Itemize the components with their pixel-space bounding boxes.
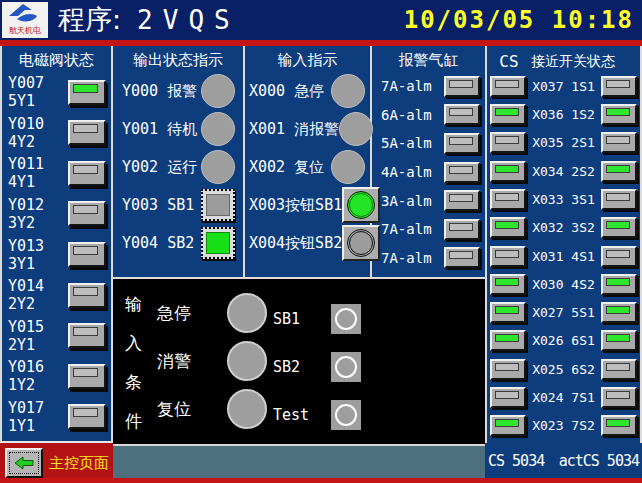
output-square-indicator bbox=[201, 227, 235, 259]
test-button[interactable] bbox=[331, 304, 361, 334]
lamp-icon bbox=[495, 278, 519, 286]
lamp-icon bbox=[73, 124, 98, 133]
proximity-row: X023 7S2 bbox=[487, 412, 640, 440]
condition-lamp-list: 急停 消警 复位 bbox=[157, 289, 267, 433]
test-button[interactable] bbox=[331, 400, 361, 430]
alarm-indicator bbox=[444, 219, 480, 240]
condition-label: 复位 bbox=[157, 398, 227, 421]
proximity-row: X031 4S1 bbox=[487, 242, 640, 270]
output-row: Y000 报警 bbox=[113, 72, 243, 110]
test-button[interactable] bbox=[331, 352, 361, 382]
proximity-row: X025 6S2 bbox=[487, 355, 640, 383]
status-field bbox=[113, 447, 177, 462]
status-field bbox=[301, 462, 401, 477]
valve-label: Y007 5Y1 bbox=[8, 74, 68, 110]
title-bar: 航天机电 程序: 2VQS 10/03/05 10:18 bbox=[0, 0, 642, 40]
cs-indicator bbox=[490, 274, 526, 295]
alarm-label: 5A-alm bbox=[381, 135, 432, 151]
alarm-row: 4A-alm bbox=[372, 158, 485, 187]
alarm-row: 5A-alm bbox=[372, 129, 485, 158]
valve-row: Y012 3Y2 bbox=[2, 194, 111, 235]
proximity-label: X024 7S1 bbox=[532, 390, 595, 405]
lamp-icon bbox=[73, 327, 98, 336]
lamp-icon bbox=[495, 250, 519, 258]
proximity-row: X024 7S1 bbox=[487, 383, 640, 411]
input-column-title: 输入指示 bbox=[245, 46, 370, 72]
datetime-display: 10/03/05 10:18 bbox=[404, 6, 642, 34]
back-button[interactable] bbox=[5, 448, 43, 478]
proximity-indicator bbox=[601, 246, 637, 267]
test-button-label: Test bbox=[273, 406, 331, 424]
cs-indicator bbox=[490, 387, 526, 408]
back-arrow-icon bbox=[14, 456, 34, 470]
test-button-row: SB2 bbox=[273, 343, 361, 391]
output-lamp-icon bbox=[201, 150, 235, 184]
lamp-icon bbox=[495, 419, 519, 427]
valve-indicator bbox=[68, 404, 106, 429]
page-title: 程序: 2VQS bbox=[58, 2, 240, 38]
cs-indicator bbox=[490, 217, 526, 238]
status-field bbox=[261, 447, 301, 462]
valve-label: Y014 2Y2 bbox=[8, 277, 68, 313]
input-lamp-icon bbox=[331, 150, 365, 184]
alarm-indicator bbox=[444, 104, 480, 125]
lamp-icon bbox=[73, 84, 98, 93]
test-button-label: SB1 bbox=[273, 310, 331, 328]
proximity-indicator bbox=[601, 76, 637, 97]
cs-indicator bbox=[490, 161, 526, 182]
lamp-icon bbox=[495, 363, 519, 371]
cs-indicator bbox=[490, 189, 526, 210]
back-button-label[interactable]: 主控页面 bbox=[49, 454, 109, 473]
lamp-icon bbox=[449, 108, 473, 116]
valve-column-title: 电磁阀状态 bbox=[2, 46, 111, 72]
valve-indicator bbox=[68, 323, 106, 348]
company-logo: 航天机电 bbox=[2, 2, 48, 38]
valve-status-column: 电磁阀状态 Y007 5Y1 Y010 4Y2 Y011 4Y1 Y012 3Y… bbox=[0, 46, 113, 441]
alarm-indicator bbox=[444, 190, 480, 211]
status-field bbox=[177, 462, 211, 477]
proximity-switch-column: CS 接近开关状态 X037 1S1 X036 1S2 X035 2S1 bbox=[485, 46, 642, 443]
proximity-column-header: CS 接近开关状态 bbox=[487, 46, 640, 72]
output-status-column: 输出状态指示 Y000 报警 Y001 待机 Y002 运行 Y003 SB1 bbox=[113, 46, 245, 277]
output-lamp-icon bbox=[201, 112, 235, 146]
proximity-indicator bbox=[601, 302, 637, 323]
lamp-icon bbox=[606, 306, 630, 314]
lamp-icon bbox=[606, 80, 630, 88]
valve-indicator bbox=[68, 201, 106, 226]
alarm-row: 7A-alm bbox=[372, 243, 485, 272]
status-field bbox=[211, 462, 261, 477]
lamp-icon bbox=[73, 205, 98, 214]
input-lamp-icon bbox=[339, 112, 373, 146]
hmi-screen: 航天机电 程序: 2VQS 10/03/05 10:18 电磁阀状态 Y007 … bbox=[0, 0, 642, 483]
input-lamp-icon bbox=[331, 74, 365, 108]
valve-label: Y015 2Y1 bbox=[8, 318, 68, 354]
condition-lamp-icon bbox=[227, 293, 267, 333]
valve-label: Y010 4Y2 bbox=[8, 115, 68, 151]
proximity-indicator bbox=[601, 217, 637, 238]
lamp-icon bbox=[495, 306, 519, 314]
output-label: Y000 报警 bbox=[122, 82, 201, 101]
button-ring-icon bbox=[335, 356, 357, 378]
lamp-icon bbox=[73, 408, 98, 417]
proximity-header-label: 接近开关状态 bbox=[531, 53, 640, 71]
valve-row: Y013 3Y1 bbox=[2, 234, 111, 275]
input-row: X004按钮SB2 bbox=[245, 224, 370, 262]
valve-label: Y012 3Y2 bbox=[8, 196, 68, 232]
alarm-label: 4A-alm bbox=[381, 164, 432, 180]
proximity-label: X027 5S1 bbox=[532, 305, 595, 320]
valve-row: Y010 4Y2 bbox=[2, 113, 111, 154]
output-square-indicator bbox=[201, 189, 235, 221]
valve-row-list: Y007 5Y1 Y010 4Y2 Y011 4Y1 Y012 3Y2 Y013… bbox=[2, 72, 111, 437]
test-button-row: Test bbox=[273, 391, 361, 439]
proximity-label: X034 2S2 bbox=[532, 164, 595, 179]
input-label: X004按钮SB2 bbox=[249, 234, 342, 253]
status-row-1 bbox=[113, 447, 485, 462]
input-row: X000 急停 bbox=[245, 72, 370, 110]
output-row: Y001 待机 bbox=[113, 110, 243, 148]
proximity-indicator bbox=[601, 189, 637, 210]
alarm-row: 7A-alm bbox=[372, 215, 485, 244]
lamp-icon bbox=[606, 278, 630, 286]
lamp-icon bbox=[495, 391, 519, 399]
lamp-icon bbox=[606, 221, 630, 229]
valve-label: Y011 4Y1 bbox=[8, 155, 68, 191]
